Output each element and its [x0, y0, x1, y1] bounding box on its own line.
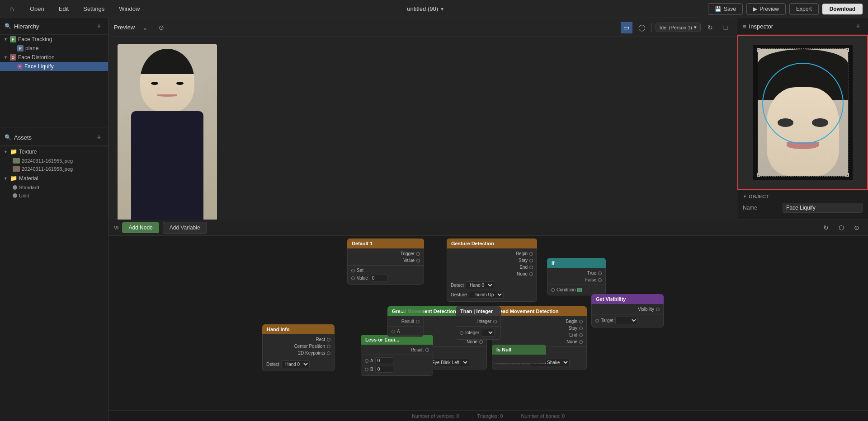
search-icon-assets: 🔍	[5, 134, 11, 140]
port-gre-result	[416, 320, 420, 323]
preview-person-image	[118, 44, 217, 220]
asset-file-2[interactable]: 20240311-161958.jpeg	[0, 165, 108, 173]
gesture-dropdown[interactable]: Thumb Up	[469, 291, 504, 299]
tree-item-face-distortion[interactable]: ▼ D Face Distortion	[0, 53, 108, 62]
inspector-panel: ≡ Inspector +	[737, 18, 868, 220]
detect-dropdown[interactable]: Hand 0	[466, 281, 494, 289]
tree-item-face-tracking[interactable]: ▼ F Face Tracking	[0, 35, 108, 44]
plane-label: plane	[25, 45, 38, 51]
add-variable-button[interactable]: Add Variable	[163, 222, 207, 234]
fullscreen-icon[interactable]: □	[720, 22, 731, 33]
node-gre[interactable]: Gre... Result A	[387, 306, 424, 337]
material-standard-label: Standard	[19, 185, 39, 190]
title-dropdown-icon[interactable]: ▾	[441, 6, 443, 12]
person-selector[interactable]: Idel (Person 1) ▾	[656, 23, 701, 32]
preview-icon: ▶	[753, 6, 757, 12]
head-none: None	[492, 338, 586, 345]
le-a-input[interactable]	[375, 357, 393, 364]
export-button[interactable]: Export	[789, 3, 819, 15]
inspector-preview-box	[737, 35, 868, 190]
node-default1[interactable]: Default 1 Trigger Value	[347, 239, 424, 285]
hierarchy-tree: ▼ F Face Tracking P plane ▼ D Face Disto…	[0, 35, 108, 125]
inspector-face-container	[753, 45, 853, 180]
search-icon: 🔍	[5, 23, 11, 29]
port-set-dot	[351, 269, 355, 272]
handinfo-detect-dropdown[interactable]: Hand 0	[281, 360, 310, 368]
corner-tl	[757, 48, 760, 52]
menu-bar: ⌂ Open Edit Settings Window untitled (90…	[0, 0, 868, 18]
chevron-icon: ▼	[4, 37, 8, 42]
node-is-null[interactable]: Is Null	[492, 345, 546, 364]
node-default1-body: Trigger Value Set	[347, 248, 424, 285]
thanint-dropdown[interactable]	[481, 329, 495, 337]
menu-settings[interactable]: Settings	[80, 4, 107, 14]
node-less-equal[interactable]: Less or Equi... Result A	[361, 335, 433, 376]
chevron-sm-icon: ▼	[743, 194, 747, 199]
node-val0-row: Value	[348, 274, 424, 282]
preview-rect-button[interactable]: ▭	[621, 22, 632, 33]
chevron-icon: ▼	[4, 55, 8, 60]
tree-item-face-liquify[interactable]: • Face Liquify	[0, 62, 108, 71]
preview-collapse-icon[interactable]: ⌄	[139, 22, 151, 33]
node-if-header: If	[547, 258, 606, 268]
node-default1-header: Default 1	[347, 239, 424, 248]
node-gesture[interactable]: Gesture Detection Begin Stay End	[447, 239, 537, 302]
save-button[interactable]: 💾 Save	[708, 3, 743, 15]
panel-divider	[0, 127, 108, 127]
assets-add-button[interactable]: +	[94, 133, 104, 142]
node-than-integer[interactable]: Than | Integer Integer Integer	[456, 306, 501, 340]
person-head	[140, 49, 194, 112]
texture-folder[interactable]: ▼ 📁 Texture	[0, 146, 108, 157]
refresh-graph-icon[interactable]: ↻	[820, 222, 832, 234]
menu-open[interactable]: Open	[27, 4, 47, 14]
inspector-add-button[interactable]: +	[854, 22, 863, 31]
menu-window[interactable]: Window	[116, 4, 142, 14]
target-row: Target	[592, 316, 663, 325]
facial-movement-dropdown[interactable]: Eye Blink Left	[428, 359, 469, 366]
preview-more-icon[interactable]: ⊙	[156, 22, 167, 33]
port-hnone	[579, 340, 583, 344]
refresh-icon[interactable]: ↻	[704, 22, 716, 33]
preview-button[interactable]: ▶ Preview	[746, 3, 786, 15]
node-hand-info[interactable]: Hand Info Rect Center Position 2D Keypoi…	[262, 324, 335, 371]
download-button[interactable]: Download	[822, 4, 863, 14]
node-thanint-body: Integer Integer	[456, 316, 501, 340]
settings-graph-icon[interactable]: ⊙	[851, 222, 863, 234]
preview-circle-button[interactable]: ◯	[636, 22, 648, 33]
port-thanint-in	[460, 331, 463, 335]
asset-file-1[interactable]: 20240311-161955.jpeg	[0, 157, 108, 165]
divider	[547, 285, 605, 285]
plane-icon: P	[17, 45, 24, 51]
face-tracking-icon: F	[10, 36, 16, 42]
name-prop-input[interactable]	[783, 203, 863, 213]
hierarchy-add-button[interactable]: +	[94, 22, 104, 31]
preview-header: Preview ⌄ ⊙ ▭ ◯ Idel (Person 1) ▾ ↻ □	[108, 18, 737, 37]
port-hstay	[579, 327, 583, 330]
le-b-input[interactable]	[375, 366, 393, 373]
asset-material-unlit[interactable]: Unlit	[0, 192, 108, 200]
node-get-visibility[interactable]: Get Visibility Visibility Target	[591, 294, 664, 327]
port-leresult	[425, 348, 429, 352]
condition-row: Condition	[547, 286, 605, 293]
node-canvas: Default 1 Trigger Value	[108, 236, 868, 410]
triangles-status: Triangles: 0	[477, 413, 503, 419]
node-isnull-header: Is Null	[492, 345, 546, 355]
port-gre-a	[392, 330, 395, 333]
tree-item-plane[interactable]: P plane	[0, 44, 108, 53]
face-tracking-label: Face Tracking	[18, 36, 52, 42]
node-val0-input[interactable]	[370, 275, 388, 281]
menu-edit[interactable]: Edit	[56, 4, 71, 14]
condition-checkbox[interactable]	[577, 288, 582, 292]
add-node-button[interactable]: Add Node	[122, 222, 159, 233]
port-center	[327, 345, 330, 348]
external-link-icon[interactable]: ⬡	[835, 222, 847, 234]
port-value-dot	[416, 259, 420, 262]
inspector-header: ≡ Inspector +	[737, 18, 868, 35]
inspector-icon: ≡	[743, 23, 746, 30]
node-if[interactable]: If True False Condition	[547, 258, 606, 295]
target-dropdown[interactable]	[615, 317, 638, 324]
home-icon[interactable]: ⌂	[5, 3, 18, 15]
asset-material-standard[interactable]: Standard	[0, 183, 108, 192]
material-folder[interactable]: ▼ 📁 Material	[0, 173, 108, 183]
node-isnull-body	[492, 355, 546, 364]
